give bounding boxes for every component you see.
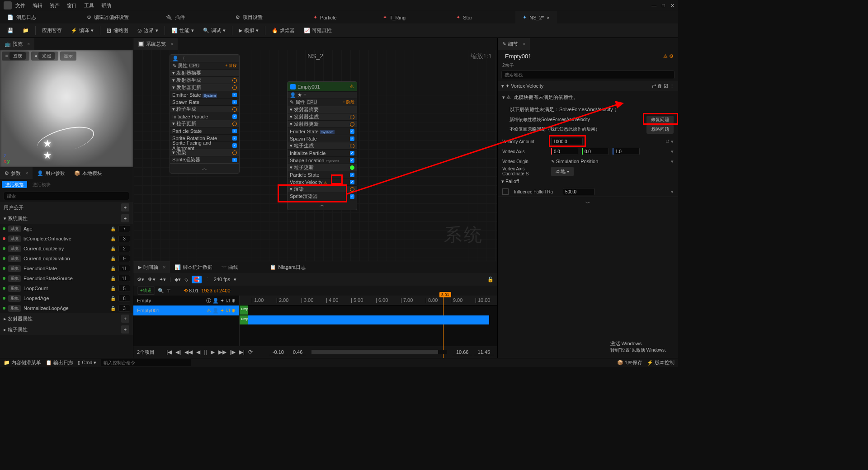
output-log-button[interactable]: 📋 输出日志 — [46, 359, 73, 366]
scalability-button[interactable]: 📈可延展性 — [300, 25, 335, 36]
browse-button[interactable]: 📁 — [19, 26, 33, 35]
section-vortex-velocity[interactable]: ▾ ✦ Vortex Velocity⇄ 🗑 ☑ ⋮ — [498, 81, 678, 91]
node-module-row[interactable]: Spawn Rate ✓ — [288, 135, 357, 142]
add-track-button[interactable]: +轨道 — [137, 287, 155, 295]
tl-search-icon[interactable]: 🔍 — [158, 288, 164, 294]
play-end[interactable]: ▶| — [238, 349, 245, 355]
node-expand[interactable]: ︿ — [170, 163, 239, 173]
play-next-key[interactable]: |▶ — [229, 349, 236, 355]
node-module-row[interactable]: ▾ 粒子生成 — [170, 105, 239, 113]
falloff-radius-input[interactable] — [563, 188, 594, 195]
node-module-row[interactable]: Initialize Particle ✓ — [288, 149, 357, 156]
timeline-ruler[interactable]: 8.01 | 1.00| 2.00| 3.00| 4.00| 5.00| 6.0… — [240, 296, 497, 306]
emitter-node-empty001[interactable]: Empty001⚠ 👤 ★ ≡ ✎ 属性 CPU+ 阶段 ▾ 发射器摘要 ▾ 发… — [287, 81, 357, 210]
menu-tools[interactable]: 工具 — [84, 2, 94, 9]
filter-active-overview[interactable]: 激活概览 — [2, 181, 27, 188]
cat-emitter[interactable]: ▸ 发射器属性+ — [0, 313, 133, 324]
node-module-row[interactable]: Particle State ✓ — [288, 171, 357, 178]
tab-close-icon[interactable]: × — [547, 15, 549, 20]
unsaved-indicator[interactable]: 📦 1未保存 — [617, 359, 642, 366]
save-button[interactable]: 💾 — [4, 26, 17, 35]
tl-range-start[interactable]: -0.10 — [269, 349, 288, 355]
preview-tab[interactable]: 📺 预览× — [0, 38, 34, 50]
track-empty[interactable]: Emptyⓘ 👤 ✦ ☑ ⊕ — [133, 296, 239, 306]
param-row[interactable]: 系统NormalizedLoopAge🔒3 — [0, 303, 133, 313]
details-expand[interactable]: ﹀ — [498, 197, 678, 209]
loop[interactable]: ⟳ — [247, 349, 254, 355]
node-module-row[interactable]: Sprite渲染器 ✓ — [288, 193, 357, 200]
param-row[interactable]: 系统ExecutionStateSource🔒11 — [0, 273, 133, 283]
axis-y-input[interactable] — [582, 148, 609, 155]
performance-button[interactable]: 📊性能 ▾ — [168, 25, 198, 36]
user-params-tab[interactable]: 👤 用户参数 — [33, 167, 70, 179]
bake-button[interactable]: 🔥烘焙器 — [268, 25, 298, 36]
node-module-row[interactable]: ▾ 粒子更新 — [170, 120, 239, 127]
tl-scrollbar[interactable] — [311, 350, 447, 354]
fix-issue-button[interactable]: 修复问题 — [646, 116, 674, 123]
console-input[interactable] — [101, 359, 191, 366]
system-overview-tab[interactable]: 🔲 系统总览× — [133, 38, 178, 50]
track-bar-empty001[interactable] — [240, 315, 489, 324]
tl-tool-1[interactable]: ⚙▾ — [137, 277, 144, 282]
add-icon[interactable]: + — [121, 203, 129, 212]
compile-button[interactable]: ⚡编译 ▾ — [67, 25, 97, 36]
play-fwd[interactable]: ▶▶ — [217, 349, 227, 355]
coord-dropdown[interactable]: 本地 ▾ — [551, 167, 574, 176]
node-module-row[interactable]: Emitter State System✓ — [288, 127, 357, 135]
node-module-row[interactable]: Emitter State System✓ — [170, 91, 239, 98]
filter-active-module[interactable]: 激活模块 — [29, 181, 54, 188]
node-module-row[interactable]: ▾ 发射器更新 — [288, 120, 357, 127]
tl-key-2[interactable]: ◇ — [184, 277, 188, 282]
tl-lock-icon[interactable]: 🔓 — [487, 277, 494, 282]
param-row[interactable]: 系统bCompleteOnInactive🔒3 — [0, 234, 133, 244]
bounds-button[interactable]: ◎边界 ▾ — [134, 25, 162, 36]
niagara-log-tab[interactable]: 📋 Niagara日志 — [265, 261, 310, 273]
axis-x-input[interactable] — [551, 148, 578, 155]
apply-staged-button[interactable]: 应用暂存 — [38, 25, 66, 36]
param-row[interactable]: 系统Age🔒7 — [0, 224, 133, 234]
menu-asset[interactable]: 资产 — [50, 2, 60, 9]
node-module-row[interactable]: Particle State ✓ — [170, 127, 239, 134]
tab-project-settings[interactable]: ⚙项目设置 — [228, 11, 270, 24]
node-module-row[interactable]: Vortex Velocity ⚠✓ — [288, 178, 357, 185]
param-row[interactable]: 系统CurrentLoopDuration🔒9 — [0, 254, 133, 263]
preview-show[interactable]: 显示 — [60, 52, 76, 61]
node-module-row[interactable]: ▾ 发射器更新 — [170, 84, 239, 91]
node-module-row[interactable]: ▾ 粒子更新 — [288, 164, 357, 171]
close-icon[interactable]: ✕ — [670, 3, 675, 9]
curves-tab[interactable]: 〰 曲线 — [217, 261, 243, 273]
cmd-dropdown[interactable]: ▯ Cmd ▾ — [78, 360, 96, 366]
revision-control[interactable]: ⚡ 版本控制 — [647, 359, 675, 366]
node-header[interactable]: Empty001⚠ — [288, 82, 357, 91]
param-row[interactable]: 系统LoopedAge🔒8 — [0, 293, 133, 303]
tl-snap[interactable]: 🧲 — [192, 276, 202, 283]
param-row[interactable]: 系统CurrentLoopDelay🔒2 — [0, 244, 133, 254]
node-module-row[interactable]: ▾ 发射器生成 — [288, 113, 357, 120]
track-empty001[interactable]: Empty001⚠ 👤 ✦ ☑ ⊕ — [133, 306, 239, 315]
details-tab[interactable]: ✎ 细节× — [498, 38, 530, 50]
details-search[interactable] — [501, 70, 675, 79]
thumbnail-button[interactable]: 🖼缩略图 — [103, 25, 132, 36]
node-module-row[interactable]: ▾ 发射器生成 — [170, 76, 239, 84]
menu-edit[interactable]: 编辑 — [33, 2, 42, 9]
tab-message-log[interactable]: 📄消息日志 — [0, 11, 43, 24]
node-module-row[interactable]: Shape Location Cylinder✓ — [288, 156, 357, 164]
velocity-amount-input[interactable] — [551, 138, 583, 145]
tab-plugins[interactable]: 🔌插件 — [159, 11, 192, 24]
falloff-checkbox[interactable] — [502, 188, 509, 195]
tab-tring[interactable]: ✦T_Ring — [376, 11, 413, 24]
play-prev[interactable]: ◀◀ — [184, 349, 193, 355]
tab-particle[interactable]: ✦Particle — [306, 11, 344, 24]
cat-system[interactable]: ▾ 系统属性+ — [0, 213, 133, 224]
param-search[interactable] — [4, 192, 129, 200]
node-graph[interactable]: NS_2 缩放1:1 系统 👤 〈 ✎ 属性 CPU+ 阶段 ▾ 发射器摘要 ▾… — [133, 50, 497, 261]
tl-range-r1[interactable]: 10.66 — [453, 349, 472, 355]
play-start[interactable]: |◀ — [165, 349, 173, 355]
ignore-issue-button[interactable]: 忽略问题 — [646, 125, 674, 134]
tl-fps[interactable]: 240 fps — [214, 277, 230, 282]
param-row[interactable]: 系统LoopCount🔒5 — [0, 283, 133, 293]
timeline-tab[interactable]: ▶ 时间轴× — [133, 261, 170, 273]
debug-button[interactable]: 🔍调试 ▾ — [199, 25, 229, 36]
maximize-icon[interactable]: □ — [662, 3, 665, 9]
tl-range-end[interactable]: 11.45 — [474, 349, 494, 355]
